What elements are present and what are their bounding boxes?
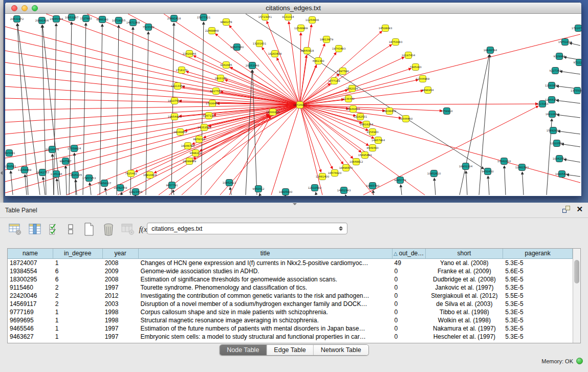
- table-row[interactable]: 946554611997Estimation of the future num…: [8, 324, 573, 333]
- column-header-in_degree[interactable]: in_degree: [53, 249, 103, 258]
- table-cell[interactable]: 9465546: [8, 324, 53, 333]
- table-cell[interactable]: Structural magnetic resonance image aver…: [139, 316, 393, 324]
- graph-node[interactable]: 11156869: [18, 167, 31, 173]
- table-cell[interactable]: 1998: [103, 316, 139, 324]
- table-cell[interactable]: 0: [393, 308, 426, 316]
- graph-node[interactable]: 20053346: [246, 62, 259, 69]
- table-cell[interactable]: 2009: [103, 267, 139, 275]
- graph-node[interactable]: 16648784: [484, 47, 497, 54]
- graph-node[interactable]: 9450412: [252, 186, 264, 192]
- graph-node[interactable]: 12548969: [294, 25, 308, 32]
- graph-node[interactable]: 12923448: [129, 189, 142, 195]
- window-titlebar[interactable]: citations_edges.txt: [5, 3, 581, 14]
- graph-node[interactable]: 8759910: [441, 108, 452, 115]
- table-cell[interactable]: Jankovic et al. (1997): [426, 283, 504, 292]
- table-cell[interactable]: 5.3E-5: [503, 259, 573, 267]
- table-cell[interactable]: 6: [53, 275, 103, 283]
- column-header-name[interactable]: name: [8, 249, 53, 258]
- row-height-button[interactable]: [62, 221, 79, 237]
- table-cell[interactable]: 5.5E-5: [503, 292, 573, 300]
- table-cell[interactable]: 22420046: [8, 292, 53, 300]
- graph-node[interactable]: 6966160: [96, 16, 108, 23]
- graph-node[interactable]: 10342551: [553, 156, 566, 162]
- graph-node[interactable]: 11254836: [306, 17, 319, 24]
- graph-node[interactable]: 10653287: [65, 14, 78, 21]
- graph-node[interactable]: 14671368: [126, 19, 140, 26]
- table-row[interactable]: 969969511998Structural magnetic resonanc…: [8, 316, 573, 324]
- table-cell[interactable]: Genome-wide association studies in ADHD.: [139, 267, 393, 275]
- table-cell[interactable]: Nakamura et al. (1997): [426, 324, 504, 333]
- table-cell[interactable]: Tibbo et al. (1998): [426, 308, 504, 316]
- table-cell[interactable]: 18724007: [8, 259, 53, 267]
- graph-node[interactable]: 10952610: [427, 170, 441, 177]
- graph-node[interactable]: 1350501: [5, 163, 16, 170]
- table-cell[interactable]: 1998: [103, 308, 139, 316]
- graph-node[interactable]: 10952422: [223, 180, 236, 186]
- graph-node[interactable]: 9329966: [553, 53, 565, 60]
- close-panel-icon[interactable]: ✕: [576, 206, 583, 213]
- select-column-button[interactable]: [27, 221, 43, 237]
- table-cell[interactable]: 2: [53, 300, 103, 308]
- graph-node[interactable]: 16046766: [181, 143, 194, 149]
- graph-node[interactable]: 16931104: [459, 163, 473, 170]
- graph-node[interactable]: 16782759: [114, 185, 127, 191]
- graph-node[interactable]: 17224740: [572, 25, 581, 32]
- collapse-left-icon[interactable]: [1, 171, 3, 175]
- table-row[interactable]: 2242004622012Investigating the contribut…: [8, 292, 573, 300]
- table-cell[interactable]: Franke et al. (2009): [426, 267, 504, 275]
- graph-node[interactable]: 12481400: [316, 173, 329, 180]
- graph-node[interactable]: 10719155: [112, 17, 125, 24]
- graph-node[interactable]: 10905600: [279, 189, 292, 195]
- graph-node[interactable]: 16958107: [98, 180, 111, 187]
- table-cell[interactable]: 5.3E-5: [503, 308, 573, 316]
- table-cell[interactable]: Yano et al. (2008): [426, 259, 504, 267]
- table-cell[interactable]: 0: [393, 292, 426, 300]
- graph-node[interactable]: 19743493: [332, 46, 345, 52]
- tab-node-table[interactable]: Node Table: [220, 345, 267, 355]
- graph-node[interactable]: 16263408: [268, 51, 281, 57]
- graph-node[interactable]: 19166852: [173, 129, 187, 136]
- table-row[interactable]: 1872400712008Changes of HCN gene express…: [8, 259, 573, 267]
- graph-node[interactable]: 1527602: [80, 15, 92, 22]
- table-cell[interactable]: Hescheler et al. (1997): [426, 333, 504, 341]
- table-cell[interactable]: 0: [393, 324, 426, 333]
- graph-node[interactable]: 20891418: [167, 15, 181, 22]
- delete-table-button[interactable]: [120, 221, 136, 237]
- table-cell[interactable]: 18300295: [8, 275, 53, 283]
- graph-node[interactable]: 9890278: [220, 19, 232, 26]
- graph-node[interactable]: 19654923: [168, 114, 181, 120]
- table-cell[interactable]: 9463627: [8, 333, 53, 341]
- graph-node[interactable]: 18613979: [320, 36, 333, 43]
- graph-node[interactable]: 13505135: [69, 172, 82, 179]
- table-scrollbar[interactable]: [573, 249, 580, 343]
- column-header-year[interactable]: year: [103, 249, 139, 258]
- graph-node[interactable]: 9777169: [328, 78, 340, 84]
- table-cell[interactable]: 5.3E-5: [503, 300, 573, 308]
- table-cell[interactable]: Estimation of the future numbers of pati…: [139, 324, 393, 333]
- graph-node[interactable]: 13201631: [253, 40, 266, 47]
- table-cell[interactable]: 5.3E-5: [503, 283, 573, 292]
- table-cell[interactable]: 14569117: [8, 300, 53, 308]
- table-cell[interactable]: 2: [53, 292, 103, 300]
- new-table-button[interactable]: [81, 221, 97, 237]
- table-cell[interactable]: Wolkin et al. (1998): [426, 316, 504, 324]
- graph-node[interactable]: 10648812: [350, 159, 363, 165]
- table-cell[interactable]: 2008: [103, 259, 139, 267]
- table-cell[interactable]: 1997: [103, 333, 139, 341]
- table-cell[interactable]: 0: [393, 267, 426, 275]
- graph-node[interactable]: 18107552: [168, 98, 181, 104]
- table-cell[interactable]: Tourette syndrome. Phenomenology and cla…: [139, 283, 393, 292]
- table-cell[interactable]: Stergiakouli et al. (2012): [426, 292, 504, 300]
- network-canvas[interactable]: 1872400718300295224200462718176122133591…: [5, 14, 581, 196]
- delete-column-button[interactable]: [100, 221, 117, 237]
- table-row[interactable]: 1830029562008Estimation of significance …: [8, 275, 573, 283]
- table-cell[interactable]: 0: [393, 283, 426, 292]
- graph-node[interactable]: 9485779: [394, 177, 406, 184]
- graph-node[interactable]: 15877321: [197, 14, 210, 21]
- table-cell[interactable]: 9777169: [8, 308, 53, 316]
- graph-node[interactable]: 15495493: [358, 152, 372, 159]
- graph-node[interactable]: 12342757: [36, 169, 49, 176]
- network-view-window[interactable]: citations_edges.txt 18724007183002952242…: [5, 2, 582, 196]
- graph-node[interactable]: 9450450: [482, 168, 493, 175]
- graph-node[interactable]: 9154943: [366, 129, 378, 136]
